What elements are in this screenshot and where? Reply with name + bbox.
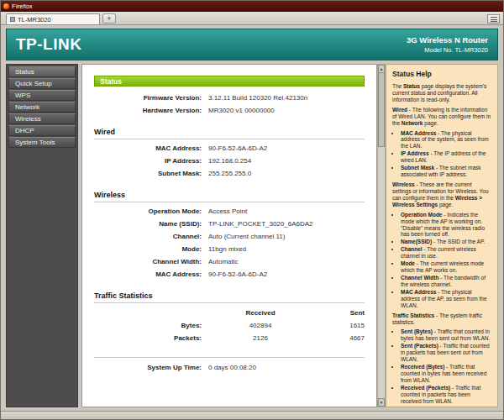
traffic-sent-value: 1615 — [312, 322, 376, 329]
table-row: Packets:21264667 — [82, 332, 376, 344]
table-row: MAC Address:90-F6-52-6A-6D-A2 — [82, 268, 376, 281]
section-heading: Wireless — [94, 191, 365, 202]
field-value: 255.255.255.0 — [208, 170, 251, 177]
table-row: Firmware Version:3.12.11 Build 120320 Re… — [82, 92, 376, 104]
router-admin-page: TP-LINK 3G Wireless N Router Model No. T… — [1, 25, 503, 411]
help-body: The Status page displays the system's cu… — [392, 83, 491, 407]
help-list-item: Channel Width - The bandwidth of the wir… — [401, 275, 491, 288]
help-paragraph: Wireless - These are the current setting… — [392, 181, 491, 208]
field-value: Auto (Current channel 11) — [208, 233, 285, 240]
field-label: Hardware Version: — [82, 107, 208, 114]
sidebar-item-wps[interactable]: WPS — [8, 90, 76, 101]
field-label: Operation Mode: — [82, 207, 208, 215]
field-label: Channel Width: — [82, 258, 208, 265]
field-value: 192.168.0.254 — [208, 157, 251, 165]
help-list-item: Name(SSID) - The SSID of the AP. — [401, 239, 491, 245]
uptime-row: System Up Time: 0 days 00:08:20 — [82, 358, 376, 370]
status-content: Status Firmware Version:3.12.11 Build 12… — [81, 64, 377, 407]
field-value: 90-F6-52-6A-6D-A2 — [208, 270, 267, 278]
uptime-value: 0 days 00:08:20 — [208, 364, 256, 371]
table-row: Channel Width:Automatic — [82, 255, 376, 268]
table-row: Channel:Auto (Current channel 11) — [82, 230, 376, 243]
field-label: Subnet Mask: — [82, 170, 208, 177]
table-row: Hardware Version:MR3020 v1 00000000 — [82, 104, 376, 117]
help-list-item: MAC Address - The physical address of th… — [401, 130, 491, 150]
app-header: TP-LINK 3G Wireless N Router Model No. T… — [6, 29, 498, 60]
traffic-header-row: Received Sent — [82, 307, 376, 319]
help-list-item: Sent (Packets) - Traffic that counted in… — [401, 343, 491, 363]
field-label: Mode: — [82, 245, 208, 253]
traffic-received-value: 2126 — [208, 334, 312, 342]
header-product-block: 3G Wireless N Router Model No. TL-MR3020 — [407, 35, 488, 54]
tab-label: TL-MR3020 — [18, 16, 51, 24]
help-list-item: Sent (Bytes) - Traffic that counted in b… — [401, 328, 491, 342]
page-title: Status — [94, 76, 365, 87]
field-value: 3.12.11 Build 120320 Rel.42130n — [208, 94, 307, 102]
window-bottom-bar — [1, 411, 503, 419]
help-list-item: Operation Mode - Indicates the mode whic… — [401, 212, 491, 239]
section-rows: MAC Address:90-F6-52-6A-6D-A2IP Address:… — [82, 142, 376, 180]
firefox-icon — [3, 3, 9, 9]
section-heading: Wired — [94, 128, 365, 139]
help-list: Sent (Bytes) - Traffic that counted in b… — [392, 328, 491, 404]
browser-tab[interactable]: TL-MR3020 — [6, 13, 100, 24]
field-label: Packets: — [82, 334, 208, 342]
field-label: Name (SSID): — [82, 220, 208, 228]
content-row: StatusQuick SetupWPSNetworkWirelessDHCPS… — [6, 64, 498, 407]
help-list-item: Channel - The current wireless channel i… — [401, 246, 491, 260]
window-title: Firefox — [12, 3, 32, 10]
window-titlebar: Firefox — [1, 1, 503, 12]
scroll-down-icon[interactable]: ▼ — [378, 398, 385, 407]
help-list: Operation Mode - Indicates the mode whic… — [392, 212, 491, 309]
field-value: Automatic — [208, 258, 239, 265]
sidebar-item-system-tools[interactable]: System Tools — [8, 137, 76, 148]
scroll-thumb[interactable] — [378, 73, 385, 147]
help-list-item: Received (Packets) - Traffic that counte… — [401, 385, 491, 405]
sidebar-item-dhcp[interactable]: DHCP — [8, 125, 76, 136]
sidebar-menu: StatusQuick SetupWPSNetworkWirelessDHCPS… — [6, 64, 78, 407]
help-list-item: Mode - The current wireless mode which t… — [401, 260, 491, 274]
field-value: MR3020 v1 00000000 — [208, 107, 275, 114]
field-label: MAC Address: — [82, 144, 208, 152]
traffic-col-received: Received — [208, 309, 312, 317]
tplink-logo: TP-LINK — [16, 35, 81, 54]
field-value: 90-F6-52-6A-6D-A2 — [208, 144, 267, 152]
tab-strip: TL-MR3020 + — [1, 12, 503, 25]
traffic-sent-value: 4667 — [312, 334, 376, 342]
help-paragraph: Traffic Statistics - The system traffic … — [392, 312, 491, 326]
sidebar-item-network[interactable]: Network — [8, 102, 76, 113]
traffic-rows: Bytes:4028941615Packets:21264667 — [82, 319, 376, 344]
table-row: Operation Mode:Access Point — [82, 205, 376, 218]
help-panel: Status Help The Status page displays the… — [386, 64, 498, 407]
table-row: Subnet Mask:255.255.255.0 — [82, 167, 376, 180]
field-label: MAC Address: — [82, 270, 208, 278]
scroll-up-icon[interactable]: ▲ — [378, 65, 385, 73]
help-list-item: Subnet Mask - The subnet mask associated… — [401, 165, 491, 178]
status-sections: WiredMAC Address:90-F6-52-6A-6D-A2IP Add… — [82, 128, 376, 281]
traffic-section: Traffic Statistics Received Sent Bytes:4… — [82, 291, 376, 344]
scroll-track[interactable] — [378, 147, 385, 398]
traffic-col-sent: Sent — [312, 309, 376, 317]
sidebar-item-wireless[interactable]: Wireless — [8, 113, 76, 124]
table-row: IP Address:192.168.0.254 — [82, 155, 376, 167]
field-value: TP-LINK_POCKET_3020_6A6DA2 — [208, 220, 313, 228]
uptime-label: System Up Time: — [82, 364, 208, 371]
window-menu-icon[interactable] — [487, 14, 500, 24]
table-row: Name (SSID):TP-LINK_POCKET_3020_6A6DA2 — [82, 218, 376, 230]
sidebar-item-status[interactable]: Status — [8, 66, 76, 77]
help-list-item: Received (Bytes) - Traffic that counted … — [401, 364, 491, 384]
field-value: 11bgn mixed — [208, 245, 246, 253]
field-label: Channel: — [82, 233, 208, 240]
field-label: Bytes: — [82, 322, 208, 329]
sidebar-item-quick-setup[interactable]: Quick Setup — [8, 78, 76, 89]
new-tab-button[interactable]: + — [102, 13, 116, 24]
field-value: Access Point — [208, 207, 247, 215]
traffic-heading: Traffic Statistics — [94, 291, 365, 303]
field-label: Firmware Version: — [82, 94, 208, 102]
table-row: Mode:11bgn mixed — [82, 243, 376, 255]
help-list-item: IP Address - The IP address of the wired… — [401, 150, 491, 164]
menu-lines-icon — [491, 17, 497, 22]
main-scrollbar[interactable]: ▲ ▼ — [377, 64, 386, 407]
field-label: IP Address: — [82, 157, 208, 165]
browser-window: Firefox TL-MR3020 + TP-LINK 3G Wireless … — [0, 0, 504, 420]
